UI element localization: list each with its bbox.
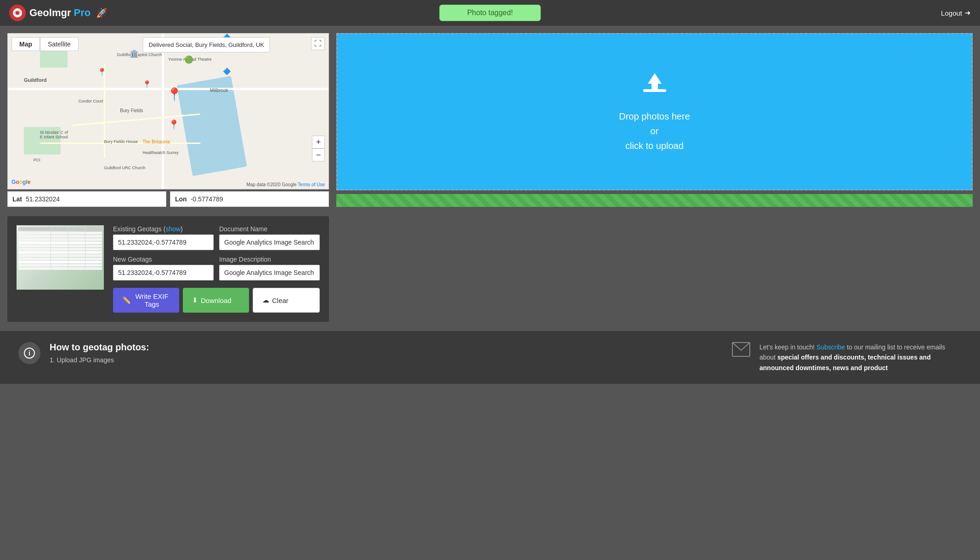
app-title: Geolmgr Pro [29,7,91,19]
show-geotags-link[interactable]: show [165,225,181,233]
form-row-1: Existing Geotags (show) Document Name [113,225,320,250]
img-desc-label: Image Description [219,256,320,263]
clear-button[interactable]: ☁ Clear [253,288,320,313]
new-geotags-group: New Geotags [113,256,214,280]
lon-label: Lon [175,195,187,203]
svg-rect-4 [643,89,666,92]
info-icon: i [18,342,40,364]
rocket-icon: 🚀 [96,7,108,18]
map-zoom-in[interactable]: + [312,136,325,149]
thumbnail-content [17,225,104,290]
map-main-pin: 📍 [166,87,182,102]
geotag-panel: Existing Geotags (show) Document Name Ne… [7,216,329,322]
map-poi-3: 📍 [142,80,152,89]
map-zoom-out[interactable]: − [312,149,325,161]
map-road-2 [162,34,164,189]
lon-input[interactable] [191,195,324,203]
how-to-step: 1. Upload JPG images [50,356,149,364]
mail-icon [732,342,750,373]
img-desc-group: Image Description [219,256,320,280]
map-panel: Bury Fields Guildford The Britannia Mill… [7,33,329,207]
clear-icon: ☁ [262,296,269,304]
lower-section: Existing Geotags (show) Document Name Ne… [0,207,980,331]
download-button[interactable]: ⬇ Download [183,288,249,313]
existing-geotags-label: Existing Geotags (show) [113,225,214,233]
map-footer: Map data ©2020 Google Terms of Use [246,182,325,187]
form-buttons: ✏️ Write EXIF Tags ⬇ Download ☁ Clear [113,288,320,313]
how-to-content: How to geotag photos: 1. Upload JPG imag… [50,342,149,373]
map-road-4 [104,65,105,158]
map-label-bury-house: Bury Fields House [104,139,138,144]
map-expand-button[interactable]: ⛶ [311,37,325,50]
map-location-tooltip: Delivered Social, Bury Fields, Guildford… [143,37,270,52]
main-content: Bury Fields Guildford The Britannia Mill… [0,26,980,207]
download-icon: ⬇ [192,296,198,304]
upload-icon [641,71,668,103]
upload-progress-bar [336,194,973,207]
upload-panel: Drop photos here or click to upload [336,33,973,207]
map-poi-4: 🏛️ [130,49,139,58]
contact-section: Let's keep in touch! Subscribe to our ma… [732,342,962,373]
lat-field: Lat [7,191,166,207]
how-to-title: How to geotag photos: [50,342,149,353]
map-poi-1: 🟢 [184,55,193,64]
lon-field: Lon [170,191,329,207]
map-label-britannia: The Britannia [142,139,170,144]
svg-text:i: i [28,349,30,357]
map-label-healthwatch: Healthwatch Surrey [142,150,179,155]
write-exif-button[interactable]: ✏️ Write EXIF Tags [113,288,179,313]
contact-text: Let's keep in touch! Subscribe to our ma… [759,342,962,373]
map-label-st-nicolas: St Nicolas' C ofE Infant School [40,130,68,139]
header: Geolmgr Pro 🚀 Photo tagged! Logout ➜ [0,0,980,26]
coords-row: Lat Lon [7,191,329,207]
map-background: Bury Fields Guildford The Britannia Mill… [8,34,329,189]
upload-dropzone[interactable]: Drop photos here or click to upload [336,33,973,190]
map-tab-map[interactable]: Map [11,37,40,51]
lat-input[interactable] [26,195,161,203]
map-label-guildford: Guildford [24,77,47,83]
geotag-form: Existing Geotags (show) Document Name Ne… [113,225,320,313]
existing-geotags-group: Existing Geotags (show) [113,225,214,250]
google-logo: Google [11,178,32,187]
doc-name-group: Document Name [219,225,320,250]
map-poi-2: 📍 [97,68,107,76]
map-zoom-controls: + − [312,136,325,161]
map-green-2 [40,49,68,68]
doc-name-input[interactable] [219,234,320,250]
map-tab-satellite[interactable]: Satellite [40,37,79,51]
map-terms-link[interactable]: Terms of Use [298,182,325,187]
map-label-urc: Guildford URC Church [104,166,145,170]
footer-section: i How to geotag photos: 1. Upload JPG im… [0,331,980,384]
map-label-condor: Condor Court [79,99,103,103]
how-to-section: i How to geotag photos: 1. Upload JPG im… [18,342,714,373]
map-label-pci: PCI [34,158,40,162]
map-label-bury: Bury Fields [120,108,143,113]
logout-icon: ➜ [965,9,971,17]
form-row-2: New Geotags Image Description [113,256,320,280]
map-label-baptist: Guildford Baptist Church [117,52,162,57]
logo-icon [9,5,26,21]
svg-text:Google: Google [11,179,31,185]
logout-button[interactable]: Logout ➜ [941,9,971,17]
map-road-3 [72,114,200,126]
logo: Geolmgr Pro 🚀 [9,5,108,21]
lat-label: Lat [12,195,22,203]
svg-point-2 [16,11,19,15]
subscribe-link[interactable]: Subscribe [816,343,845,351]
upload-drop-text: Drop photos here or click to upload [619,109,690,153]
new-geotags-input[interactable] [113,265,214,280]
map-poi-blue-2: 🔷 [223,68,231,75]
notification-banner: Photo tagged! [439,5,541,21]
existing-geotags-input[interactable] [113,234,214,250]
map-label-millbrook: Millbrook [210,88,228,93]
img-desc-input[interactable] [219,265,320,280]
new-geotags-label: New Geotags [113,256,214,263]
svg-marker-5 [648,73,662,89]
map-view-tabs: Map Satellite [11,37,79,51]
map-container[interactable]: Bury Fields Guildford The Britannia Mill… [7,33,329,189]
write-icon: ✏️ [122,296,131,304]
map-poi-orange: 📍 [168,119,180,130]
document-thumbnail [17,225,104,290]
doc-name-label: Document Name [219,225,320,233]
